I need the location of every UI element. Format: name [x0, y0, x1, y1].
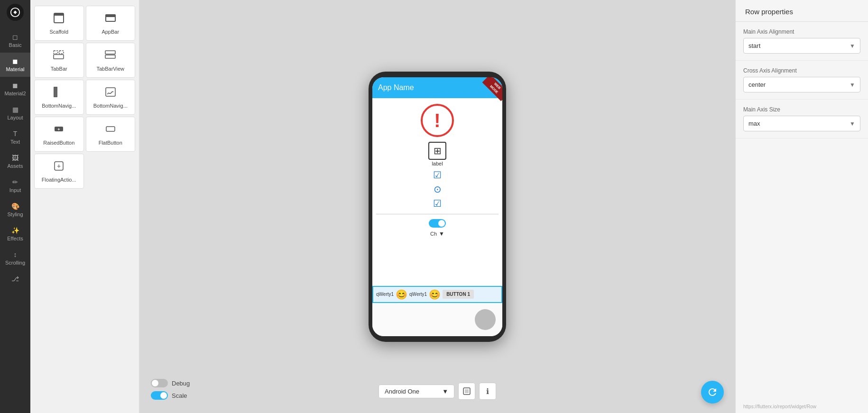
sidebar-item-text[interactable]: T Text: [0, 125, 30, 149]
svg-rect-8: [105, 51, 115, 54]
component-bottomnav2[interactable]: BottomNavig...: [86, 80, 136, 115]
web-mode-ribbon: WEBMODE: [476, 77, 502, 104]
sidebar-item-styling[interactable]: 🎨 Styling: [0, 198, 30, 222]
alert-icon: !: [421, 104, 454, 137]
left-sidebar: ◻ Basic ◼ Material ◼ Material2 ▦ Layout …: [0, 0, 30, 413]
material-icon: ◼: [12, 57, 18, 65]
row-item-2: qWerty1: [409, 292, 427, 297]
component-raisedbutton[interactable]: + RaisedButton: [34, 117, 84, 152]
bottom-toolbar: Android One ▼ ℹ: [379, 383, 496, 400]
info-icon-button[interactable]: ℹ: [479, 383, 496, 400]
debug-toggle[interactable]: [151, 379, 168, 387]
cross-axis-alignment-group: Cross Axis Alignment center ▼: [736, 61, 868, 100]
sidebar-item-material2[interactable]: ◼ Material2: [0, 77, 30, 101]
svg-rect-16: [106, 127, 115, 131]
dropdown-chevron-icon: ▼: [439, 230, 444, 237]
device-selector[interactable]: Android One ▼: [379, 385, 454, 398]
component-grid: Scaffold AppBar TabBar: [30, 0, 139, 194]
appbar-icon: [104, 12, 117, 26]
debug-label: Debug: [172, 380, 190, 387]
cross-axis-alignment-select[interactable]: center ▼: [743, 77, 860, 92]
component-floatingaction[interactable]: + FloatingActio...: [34, 154, 84, 189]
scaffold-icon: [53, 12, 65, 26]
phone-appbar: App Name ⋮ WEBMODE: [372, 77, 502, 98]
scale-row: Scale: [151, 391, 190, 400]
tabbar-icon: [53, 49, 65, 63]
web-mode-label: WEBMODE: [482, 77, 502, 101]
layout-icon: ▦: [12, 106, 18, 113]
scale-label: Scale: [172, 392, 187, 399]
basic-icon: ◻: [12, 33, 18, 41]
refresh-fab-button[interactable]: [701, 381, 724, 404]
icon-label: label: [432, 161, 443, 166]
svg-text:+: +: [58, 127, 60, 132]
assets-icon: 🖼: [12, 154, 18, 162]
material2-icon: ◼: [12, 82, 18, 89]
smiley-icon-1: 😊: [396, 289, 407, 300]
bottomnav2-icon: [104, 86, 117, 100]
right-panel-title: Row properties: [736, 0, 868, 22]
main-axis-alignment-label: Main Axis Alignment: [743, 28, 860, 35]
frame-icon-button[interactable]: [458, 383, 475, 400]
component-tabbar[interactable]: TabBar: [34, 43, 84, 78]
scrolling-icon: ↕: [14, 251, 17, 258]
device-chevron-icon: ▼: [442, 388, 448, 395]
main-canvas: App Name ⋮ WEBMODE ! ⊞ label: [139, 0, 735, 413]
cross-axis-alignment-value: center: [748, 81, 766, 88]
sidebar-item-scrolling[interactable]: ↕ Scrolling: [0, 246, 30, 270]
tabbarview-icon: [104, 49, 117, 63]
checkbox-1[interactable]: ☑: [433, 169, 442, 181]
sidebar-item-basic[interactable]: ◻ Basic: [0, 28, 30, 53]
radio-button[interactable]: ⊙: [434, 184, 442, 195]
add-icon-row: ⊞ label: [428, 142, 446, 166]
main-axis-alignment-select[interactable]: start ▼: [743, 38, 860, 54]
sidebar-item-material[interactable]: ◼ Material: [0, 53, 30, 77]
fab-button[interactable]: [475, 309, 496, 330]
right-panel-footer: https://flutterx.io/report/widget/Row: [736, 400, 868, 413]
cross-axis-chevron-icon: ▼: [850, 82, 855, 88]
toggle-switch[interactable]: [429, 219, 446, 228]
main-axis-alignment-group: Main Axis Alignment start ▼: [736, 22, 868, 61]
dropdown-row[interactable]: Ch ▼: [430, 230, 444, 237]
right-panel: Row properties Main Axis Alignment start…: [735, 0, 868, 413]
phone-fab-area: [372, 303, 502, 336]
svg-rect-6: [59, 51, 64, 54]
bottomnav1-icon: [53, 86, 65, 100]
component-flatbutton[interactable]: FlatButton: [86, 117, 136, 152]
divider: [376, 214, 499, 214]
phone-bottom-row[interactable]: qWerty1 😊 qWerty1 😊 BUTTON 1: [372, 286, 502, 303]
sidebar-item-layout[interactable]: ▦ Layout: [0, 101, 30, 125]
main-axis-size-chevron-icon: ▼: [850, 120, 855, 127]
svg-rect-5: [54, 51, 58, 54]
svg-rect-2: [54, 13, 64, 16]
sidebar-item-input[interactable]: ✏ Input: [0, 174, 30, 198]
component-appbar[interactable]: AppBar: [86, 6, 136, 41]
dropdown-text: Ch: [430, 231, 437, 237]
component-bottomnav1[interactable]: BottomNavig...: [34, 80, 84, 115]
add-icon-box: ⊞: [428, 142, 446, 160]
svg-rect-9: [105, 55, 115, 58]
sidebar-item-tree[interactable]: ⎇: [0, 270, 30, 287]
svg-rect-12: [54, 87, 57, 97]
plus-icon: ⊞: [434, 145, 442, 156]
phone-appbar-title: App Name: [378, 83, 488, 92]
button-1[interactable]: BUTTON 1: [443, 290, 474, 299]
device-name: Android One: [385, 388, 419, 395]
app-logo: [7, 4, 24, 21]
main-axis-size-select[interactable]: max ▼: [743, 116, 860, 131]
component-scaffold[interactable]: Scaffold: [34, 6, 84, 41]
scale-toggle[interactable]: [151, 391, 168, 400]
main-axis-size-group: Main Axis Size max ▼: [736, 100, 868, 138]
svg-text:+: +: [57, 162, 61, 170]
main-axis-chevron-icon: ▼: [850, 43, 855, 49]
debug-row: Debug: [151, 379, 190, 387]
component-panel: Scaffold AppBar TabBar: [30, 0, 139, 413]
main-axis-alignment-value: start: [748, 42, 760, 49]
flatbutton-icon: [104, 123, 117, 137]
svg-rect-7: [54, 55, 64, 59]
sidebar-item-assets[interactable]: 🖼 Assets: [0, 149, 30, 174]
phone-screen: App Name ⋮ WEBMODE ! ⊞ label: [372, 77, 502, 336]
checkbox-2[interactable]: ☑: [433, 198, 442, 209]
sidebar-item-effects[interactable]: ✨ Effects: [0, 222, 30, 246]
component-tabbarview[interactable]: TabBarView: [86, 43, 136, 78]
